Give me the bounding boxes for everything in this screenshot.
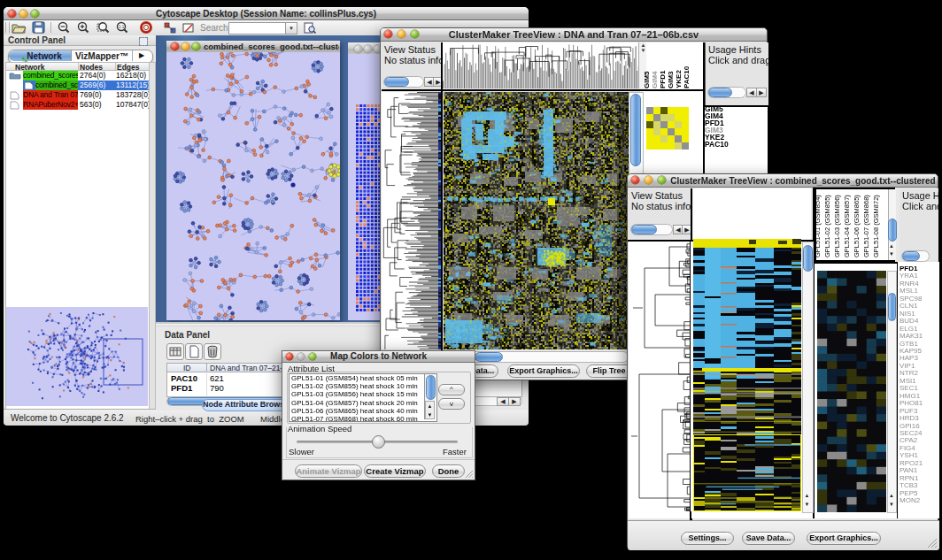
svg-text:1:1: 1:1 [119,25,125,29]
